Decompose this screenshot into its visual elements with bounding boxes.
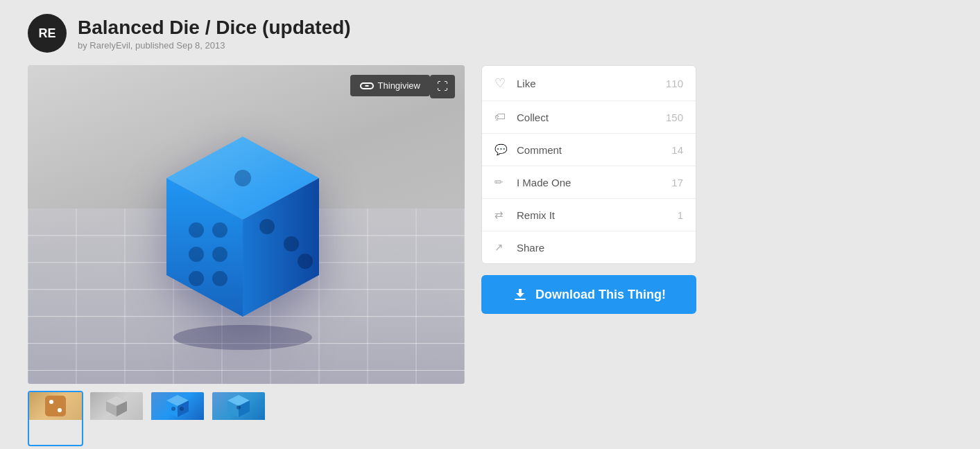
stat-label-imadeone: I Made One [517,177,671,188]
svg-point-20 [189,247,204,262]
stat-row-share[interactable]: ↗ Share [482,231,696,263]
thumbnail-2[interactable] [89,391,144,446]
thumb-img-1 [29,392,82,420]
stat-label-collect: Collect [517,112,666,123]
thumbnail-1[interactable] [28,391,83,446]
svg-point-31 [171,407,175,411]
stat-count-collect: 150 [666,112,683,123]
svg-point-19 [189,222,204,238]
thumb-dice-physical [42,392,69,420]
svg-point-18 [234,170,251,186]
page-header: RE Balanced Die / Dice (updated) by Rare… [28,14,952,53]
svg-point-22 [212,222,227,238]
stat-count-comment: 14 [671,144,683,156]
sidebar: ♡ Like 110 🏷 Collect 150 💬 Comment 14 [481,65,696,314]
share-icon: ↗ [495,241,513,254]
stat-row-remix[interactable]: ⇄ Remix It 1 [482,199,696,231]
glasses-icon [360,82,374,89]
download-button[interactable]: Download This Thing! [481,275,696,314]
svg-point-24 [212,271,227,286]
stat-row-collect[interactable]: 🏷 Collect 150 [482,101,696,134]
remix-icon: ⇄ [495,209,513,221]
thumbnail-4[interactable] [211,391,266,446]
title-block: Balanced Die / Dice (updated) by RarelyE… [78,16,351,51]
stat-label-remix: Remix It [517,209,678,221]
svg-point-21 [189,271,204,286]
stat-count-remix: 1 [678,209,683,221]
expand-button[interactable]: ⛶ [430,75,455,98]
pencil-icon: ✏ [495,176,513,188]
thumb-img-3 [151,392,204,420]
comment-icon: 💬 [495,143,513,156]
page-title: Balanced Die / Dice (updated) [78,16,351,39]
svg-point-17 [173,325,312,350]
stat-label-comment: Comment [517,144,671,156]
thumb-dice-grey [103,392,130,420]
image-section: Thingiview ⛶ [28,65,465,449]
download-icon [512,286,528,303]
svg-point-27 [298,254,313,269]
svg-point-32 [180,407,184,411]
svg-point-25 [259,219,275,234]
thumb-dice-blue-alt [225,392,252,420]
stat-label-share: Share [517,242,683,254]
thumb-img-2 [90,392,143,420]
thumbnail-3[interactable] [150,391,205,446]
thumb-img-4 [212,392,265,420]
thumbnail-strip [28,391,465,446]
heart-icon: ♡ [495,76,513,91]
main-image: Thingiview ⛶ [28,65,465,384]
collect-icon: 🏷 [495,111,513,123]
stats-panel: ♡ Like 110 🏷 Collect 150 💬 Comment 14 [481,65,696,264]
svg-point-33 [237,405,241,410]
stat-row-imadeone[interactable]: ✏ I Made One 17 [482,166,696,199]
svg-point-30 [58,408,62,412]
stat-count-like: 110 [666,78,683,89]
dice-3d-model [135,116,357,354]
thumb-dice-blue [164,392,191,420]
expand-icon: ⛶ [437,80,448,92]
svg-point-23 [212,247,227,262]
dice-svg [135,116,357,351]
content-area: Thingiview ⛶ [28,65,952,449]
thingiview-label: Thingiview [378,80,420,91]
svg-rect-34 [515,299,526,300]
svg-point-26 [284,236,299,252]
svg-rect-28 [45,396,66,416]
stat-count-imadeone: 17 [671,177,683,188]
stat-row-comment[interactable]: 💬 Comment 14 [482,134,696,166]
stat-row-like[interactable]: ♡ Like 110 [482,66,696,101]
author-info: by RarelyEvil, published Sep 8, 2013 [78,40,351,51]
svg-point-29 [49,400,53,404]
thingiview-button[interactable]: Thingiview [350,75,430,96]
avatar: RE [28,14,67,53]
download-label: Download This Thing! [535,288,666,302]
stat-label-like: Like [517,78,666,89]
